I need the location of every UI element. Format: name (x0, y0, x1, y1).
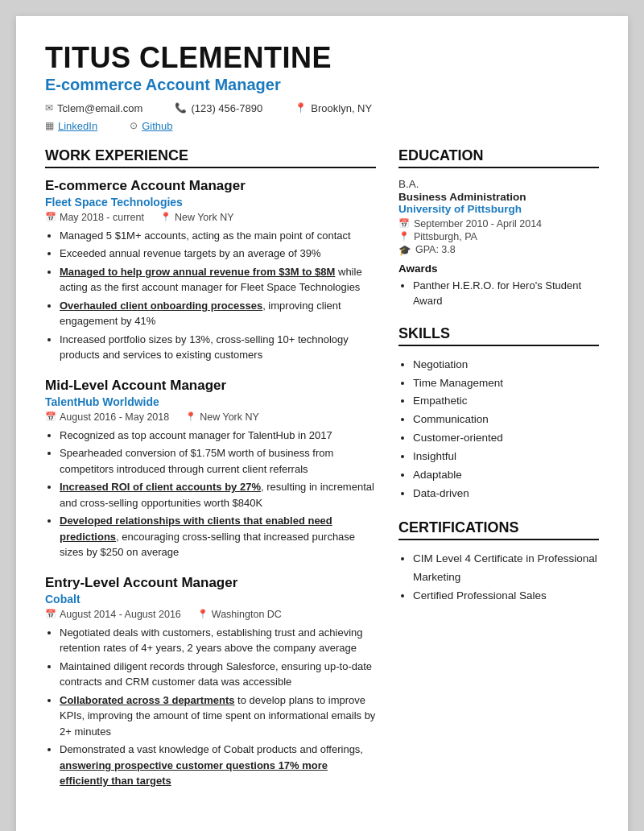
job-title-3: Entry-Level Account Manager (45, 575, 376, 591)
job-dates-1: 📅 May 2018 - current (45, 212, 144, 223)
job-location-1: 📍 New York NY (160, 212, 234, 223)
location-icon-3: 📍 (197, 609, 208, 619)
job-dates-2: 📅 August 2016 - May 2018 (45, 411, 169, 423)
right-column: EDUCATION B.A. Business Administration U… (398, 147, 599, 804)
edu-gpa: 🎓 GPA: 3.8 (398, 244, 599, 256)
company-1: Fleet Space Technologies (45, 196, 376, 209)
highlight-3-3: Collaborated across 3 departments (60, 694, 234, 706)
bullet-2-4: Developed relationships with clients tha… (60, 513, 376, 560)
skill-2: Time Management (413, 374, 599, 393)
candidate-name: TITUS CLEMENTINE (45, 42, 599, 74)
highlight-2-3: Increased ROI of client accounts by 27% (60, 481, 261, 493)
email-value: Tclem@email.com (57, 102, 142, 114)
skill-5: Customer-oriented (413, 429, 599, 448)
certifications-title: CERTIFICATIONS (398, 519, 599, 540)
job-meta-3: 📅 August 2014 - August 2016 📍 Washington… (45, 609, 376, 620)
contact-row-2: ▦ LinkedIn ⊙ Github (45, 120, 599, 134)
location-value: Brooklyn, NY (311, 102, 372, 114)
calendar-icon-1: 📅 (45, 212, 56, 222)
edu-dates: 📅 September 2010 - April 2014 (398, 218, 599, 229)
job-title-2: Mid-Level Account Manager (45, 378, 376, 394)
header: TITUS CLEMENTINE E-commerce Account Mana… (45, 42, 599, 134)
location-icon-2: 📍 (185, 411, 196, 422)
highlight-2-4: Developed relationships with clients tha… (60, 515, 332, 543)
job-location-2: 📍 New York NY (185, 411, 259, 423)
certifications-section: CERTIFICATIONS CIM Level 4 Certificate i… (398, 519, 599, 606)
edu-calendar-icon: 📅 (398, 218, 410, 229)
github-icon: ⊙ (130, 120, 138, 131)
bullet-1-2: Exceeded annual revenue targets by an av… (60, 246, 376, 262)
edu-degree: B.A. (398, 178, 599, 190)
gpa-cap-icon: 🎓 (398, 244, 411, 256)
github-link[interactable]: Github (142, 120, 172, 132)
job-bullets-1: Managed 5 $1M+ accounts, acting as the m… (45, 228, 376, 363)
job-block-2: Mid-Level Account Manager TalentHub Worl… (45, 378, 376, 560)
edu-block: B.A. Business Administration University … (398, 178, 599, 309)
bullet-1-3: Managed to help grow annual revenue from… (60, 264, 376, 296)
left-column: WORK EXPERIENCE E-commerce Account Manag… (45, 147, 376, 804)
company-3: Cobalt (45, 593, 376, 606)
job-meta-1: 📅 May 2018 - current 📍 New York NY (45, 212, 376, 223)
highlight-1-4: Overhauled client onboarding processes (60, 300, 262, 312)
skill-6: Insightful (413, 448, 599, 466)
phone-icon: 📞 (175, 102, 187, 114)
education-title: EDUCATION (398, 147, 599, 168)
phone-value: (123) 456-7890 (191, 102, 262, 114)
job-bullets-2: Recognized as top account manager for Ta… (45, 428, 376, 560)
bullet-3-3: Collaborated across 3 departments to dev… (60, 692, 376, 740)
skill-3: Empathetic (413, 392, 599, 411)
highlight-1-3: Managed to help grow annual revenue from… (60, 266, 335, 278)
edu-field: Business Administration (398, 191, 599, 203)
email-contact: ✉ Tclem@email.com (45, 102, 142, 114)
company-2: TalentHub Worldwide (45, 395, 376, 408)
github-contact[interactable]: ⊙ Github (130, 120, 172, 132)
calendar-icon-3: 📅 (45, 609, 56, 619)
job-meta-2: 📅 August 2016 - May 2018 📍 New York NY (45, 411, 376, 423)
job-bullets-3: Negotiated deals with customers, establi… (45, 625, 376, 789)
main-content: WORK EXPERIENCE E-commerce Account Manag… (45, 147, 599, 804)
skills-list: Negotiation Time Management Empathetic C… (398, 356, 599, 504)
highlight-3-4: answering prospective customer questions… (60, 759, 328, 788)
edu-school: University of Pittsburgh (398, 203, 599, 215)
job-location-3: 📍 Washington DC (197, 609, 282, 620)
calendar-icon-2: 📅 (45, 411, 56, 422)
bullet-2-1: Recognized as top account manager for Ta… (60, 428, 376, 444)
skill-8: Data-driven (413, 485, 599, 503)
location-contact: 📍 Brooklyn, NY (295, 102, 372, 114)
bullet-2-3: Increased ROI of client accounts by 27%,… (60, 479, 376, 511)
cert-1: CIM Level 4 Certificate in Professional … (413, 550, 599, 587)
awards-title: Awards (398, 263, 599, 275)
candidate-title: E-commerce Account Manager (45, 76, 599, 94)
skills-title: SKILLS (398, 325, 599, 346)
location-icon: 📍 (295, 102, 307, 114)
job-dates-3: 📅 August 2014 - August 2016 (45, 609, 181, 620)
bullet-1-5: Increased portfolio sizes by 13%, cross-… (60, 332, 376, 363)
linkedin-contact[interactable]: ▦ LinkedIn (45, 120, 97, 132)
bullet-1-1: Managed 5 $1M+ accounts, acting as the m… (60, 228, 376, 244)
skill-7: Adaptable (413, 466, 599, 485)
education-section: EDUCATION B.A. Business Administration U… (398, 147, 599, 309)
bullet-3-2: Maintained diligent records through Sale… (60, 659, 376, 690)
bullet-3-4: Demonstrated a vast knowledge of Cobalt … (60, 742, 376, 789)
cert-2: Certified Professional Sales (413, 587, 599, 606)
job-title-1: E-commerce Account Manager (45, 178, 376, 194)
award-item-1: Panther H.E.R.O. for Hero's Student Awar… (413, 278, 599, 309)
edu-location: 📍 Pittsburgh, PA (398, 231, 599, 242)
job-block-3: Entry-Level Account Manager Cobalt 📅 Aug… (45, 575, 376, 789)
resume-container: TITUS CLEMENTINE E-commerce Account Mana… (16, 16, 628, 831)
bullet-3-1: Negotiated deals with customers, establi… (60, 625, 376, 656)
linkedin-icon: ▦ (45, 120, 54, 131)
linkedin-link[interactable]: LinkedIn (58, 120, 97, 132)
skills-section: SKILLS Negotiation Time Management Empat… (398, 325, 599, 504)
certs-list: CIM Level 4 Certificate in Professional … (398, 550, 599, 606)
location-icon-1: 📍 (160, 212, 171, 222)
skill-4: Communication (413, 411, 599, 429)
skill-1: Negotiation (413, 356, 599, 374)
bullet-2-2: Spearheaded conversion of $1.75M worth o… (60, 445, 376, 477)
awards-list: Panther H.E.R.O. for Hero's Student Awar… (398, 278, 599, 309)
job-block-1: E-commerce Account Manager Fleet Space T… (45, 178, 376, 363)
phone-contact: 📞 (123) 456-7890 (175, 102, 262, 114)
email-icon: ✉ (45, 102, 53, 114)
edu-location-icon: 📍 (398, 231, 410, 242)
work-experience-title: WORK EXPERIENCE (45, 147, 376, 168)
